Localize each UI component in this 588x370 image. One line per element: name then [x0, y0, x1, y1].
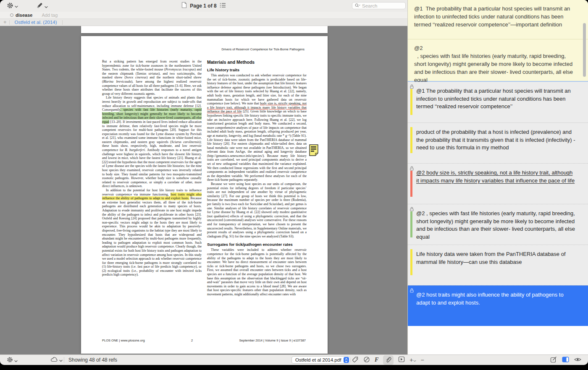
sticky-note-text: @2 , species with fast life histories (e…: [414, 44, 574, 84]
notes-panel-icon: [562, 357, 569, 364]
file-selector-dropdown[interactable]: Ostfeld et al 2014.pdf: [291, 356, 350, 364]
pdf-viewer[interactable]: Drivers of Reservoir Competence for Tick…: [0, 26, 407, 354]
divider: [64, 357, 64, 363]
paperclip-icon: [385, 356, 391, 364]
annotation-item-selected[interactable]: @2 host traits might also influence the …: [408, 285, 588, 326]
library-settings-button[interactable]: [7, 357, 18, 364]
page-indicator-group: Page 1 of 8: [0, 0, 407, 12]
reference-citekey-link[interactable]: Ostfeld et al. (2014): [15, 20, 57, 25]
notes-panel-toggle-active[interactable]: [562, 357, 569, 364]
view-toggles: [550, 355, 581, 365]
circle-slash-icon: [363, 356, 370, 364]
plus-icon: +: [410, 357, 413, 363]
pdf-page-2: Drivers of Reservoir Competence for Tick…: [81, 36, 328, 354]
divider: [62, 20, 63, 25]
gear-icon: [7, 357, 13, 364]
search-placeholder: Search: [362, 3, 377, 8]
search-input[interactable]: Search: [352, 2, 406, 9]
remove-annotation-button[interactable]: −: [421, 357, 424, 363]
preview-button[interactable]: [574, 357, 581, 363]
annotation-item[interactable]: @2 , species with fast life histories (e…: [408, 204, 588, 245]
annotation-text: @1 The probability that a particular hos…: [408, 82, 588, 111]
running-head: Drivers of Reservoir Competence for Tick…: [102, 47, 304, 51]
notes-panel: @1 The probability that a particular hos…: [407, 0, 588, 354]
add-tag-input[interactable]: Add tag: [42, 13, 58, 18]
tag-label[interactable]: disease: [16, 13, 32, 18]
minus-icon: −: [421, 357, 424, 363]
annotation-text: @2 host traits might also influence the …: [408, 286, 588, 307]
paragraph: In addition to the potential for host li…: [102, 188, 202, 277]
annotation-item[interactable]: product of the probability that a host i…: [408, 122, 588, 163]
format-text-button[interactable]: F: [375, 357, 378, 363]
section-heading: Materials and Methods: [207, 60, 307, 65]
file-name: Ostfeld et al 2014.pdf: [295, 357, 341, 362]
page-indicator: Page 1 of 8: [190, 3, 216, 9]
page-icon: [181, 2, 187, 10]
annotation-text: product of the probability that a host i…: [408, 123, 588, 152]
issue-info: September 2014 | Volume 9 | Issue 9 | e1…: [239, 339, 306, 342]
page-columns: But a striking pattern has emerged from …: [102, 60, 307, 337]
eye-icon: [574, 357, 581, 363]
pdf-page-1-bottom: [81, 26, 328, 33]
attachment-button-active[interactable]: [383, 355, 394, 365]
chevron-down-icon: [59, 357, 63, 363]
annotation-item[interactable]: @2 body size is, strictly speaking, not …: [408, 163, 588, 204]
app-window: Page 1 of 8 Search disease Add tag + Ost…: [0, 0, 588, 365]
annotation-toolbar: F + −: [352, 355, 424, 365]
paragraph: Life history theory suggests that specie…: [102, 96, 202, 188]
notes-scrollbar[interactable]: [583, 23, 586, 77]
format-text-icon: F: [375, 357, 378, 363]
sync-button[interactable]: [50, 357, 63, 364]
sticky-note[interactable]: @2 , species with fast life histories (e…: [408, 39, 588, 87]
highlight-color-bar: [410, 89, 412, 115]
left-column: But a striking pattern has emerged from …: [102, 60, 202, 337]
compose-note-button[interactable]: [550, 356, 557, 364]
paragraph: These variables were included to address…: [207, 248, 307, 296]
cloud-icon: [50, 357, 58, 364]
annotation-list: @1 The probability that a particular hos…: [408, 82, 588, 326]
note-annotation-icon[interactable]: [309, 144, 318, 156]
highlight-color-bar: [410, 171, 412, 197]
top-toolbar: Page 1 of 8 Search: [0, 0, 407, 12]
annotation-text: @2 body size is, strictly speaking, not …: [408, 164, 588, 185]
divider: [9, 20, 10, 25]
boxed-arrow-icon: [398, 356, 405, 364]
sticky-note-text: @1 The probability that a particular hos…: [414, 5, 574, 29]
sticky-note[interactable]: @1 The probability that a particular hos…: [408, 0, 588, 39]
highlight-color-bar: [410, 211, 412, 237]
compose-icon: [550, 356, 557, 364]
search-icon: [355, 2, 360, 10]
paragraph: But a striking pattern has emerged from …: [102, 60, 202, 96]
page-footer: PLOS ONE | www.plosone.org 2 September 2…: [102, 339, 306, 342]
annotation-text: Life history data were taken from the Pa…: [408, 245, 588, 266]
reference-bar: + Ostfeld et al. (2014): [0, 18, 407, 26]
export-button[interactable]: [398, 356, 405, 364]
tag-icon: [352, 356, 359, 364]
annotation-list-empty-area: [408, 326, 588, 354]
chevron-down-icon: [413, 357, 416, 363]
tag-bar: disease Add tag: [0, 12, 407, 18]
status-bar: Showing 48 of 48 refs Ostfeld et al 2014…: [0, 354, 588, 365]
dropdown-arrows-icon: [344, 357, 349, 363]
highlight-color-bar: [410, 249, 412, 275]
right-column: Materials and Methods Life history trait…: [207, 60, 307, 337]
annotation-item[interactable]: Life history data were taken from the Pa…: [408, 245, 588, 285]
sticky-notes-section: @1 The probability that a particular hos…: [408, 0, 588, 82]
tag-color-icon: [10, 13, 13, 17]
add-reference-button[interactable]: +: [3, 19, 7, 25]
subsection-heading: Surrogates for tick/pathogen encounter r…: [207, 242, 307, 247]
annotation-item[interactable]: @1 The probability that a particular hos…: [408, 82, 588, 122]
highlight-color-bar: [410, 127, 412, 153]
refs-count-label: Showing 48 of 48 refs: [68, 355, 117, 365]
chevron-down-icon: [14, 357, 18, 364]
page-number: 2: [191, 339, 193, 342]
thumbnail-list-icon[interactable]: [220, 2, 226, 10]
add-annotation-button[interactable]: +: [410, 357, 416, 363]
tag-button[interactable]: [352, 356, 359, 364]
journal-name: PLOS ONE | www.plosone.org: [102, 339, 145, 342]
paragraph: This analysis was conducted to ask wheth…: [207, 73, 307, 182]
annotation-text: @2 , species with fast life histories (e…: [408, 204, 588, 241]
lock-icon: [410, 287, 414, 294]
subsection-heading: Life history traits: [207, 68, 307, 72]
draw-button[interactable]: [363, 356, 370, 364]
